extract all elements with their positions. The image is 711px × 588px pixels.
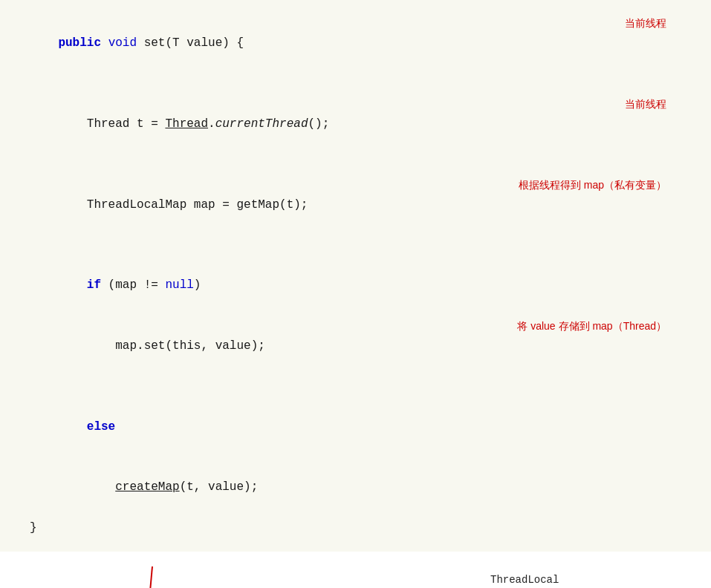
arrows-svg: [0, 552, 711, 588]
type-thread: Thread: [87, 117, 130, 131]
fn-getmap: getMap: [236, 198, 279, 212]
code-line-6: else: [30, 397, 681, 458]
type-threadlocalmap: ThreadLocalMap: [87, 198, 186, 212]
fn-name: set: [144, 36, 166, 50]
code-line-3: ThreadLocalMap map = getMap(t); 根据线程得到 m…: [30, 175, 681, 256]
annotation-getmap: 根据线程得到 map（私有变量）: [519, 177, 666, 195]
keyword-else: else: [87, 420, 115, 434]
svg-line-0: [149, 566, 152, 588]
keyword-public: public: [58, 36, 101, 50]
code-line-2: Thread t = Thread.currentThread(); 当前线程: [30, 94, 681, 175]
code-section: public void set(T value) { 当前线程 Thread t…: [0, 0, 711, 552]
keyword-void: void: [108, 36, 137, 50]
annotation-current-thread-2: 当前线程: [625, 96, 666, 114]
code-line-5: map.set(this, value); 将 value 存储到 map（Th…: [30, 316, 681, 397]
fn-createmap: createMap: [115, 480, 179, 494]
diagram-section: ThreadLocal Thread → ThreadLocalMap ————…: [0, 552, 711, 588]
code-line-7: createMap(t, value);: [30, 457, 681, 518]
code-line-1: public void set(T value) { 当前线程: [30, 13, 681, 94]
keyword-null: null: [165, 278, 193, 292]
annotation-current-thread: 当前线程: [625, 15, 666, 33]
thread-ref: Thread: [165, 117, 208, 131]
code-line-8: }: [30, 518, 681, 538]
threadlocal-label: ThreadLocal: [490, 574, 559, 586]
code-line-4: if (map != null): [30, 255, 681, 316]
keyword-if: if: [87, 278, 101, 292]
annotation-mapset: 将 value 存储到 map（Thread）: [517, 318, 666, 336]
